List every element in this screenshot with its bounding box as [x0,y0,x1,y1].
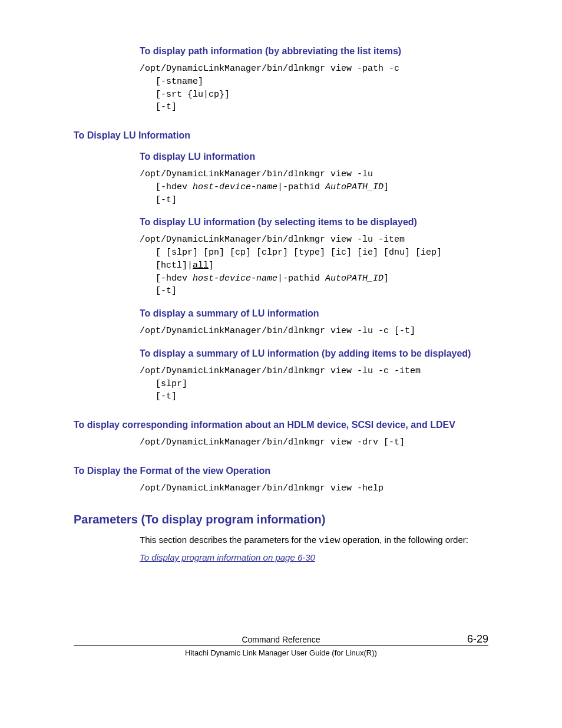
footer-title: Command Reference [109,635,453,644]
heading-parameters: Parameters (To display program informati… [74,513,488,526]
paragraph-parameters: This section describes the parameters fo… [140,533,488,548]
heading-abbrev-path: To display path information (by abbrevia… [140,46,488,57]
heading-lu-info: To display LU information [140,151,488,162]
code-hdlm: /opt/DynamicLinkManager/bin/dlnkmgr view… [140,436,488,449]
code-format: /opt/DynamicLinkManager/bin/dlnkmgr view… [140,482,488,495]
code-lu-select: /opt/DynamicLinkManager/bin/dlnkmgr view… [140,233,488,298]
xref-program-info[interactable]: To display program information on page 6… [140,552,488,562]
page-content: To display path information (by abbrevia… [0,0,562,681]
heading-format: To Display the Format of the view Operat… [74,466,488,476]
page-number: 6-29 [453,633,488,645]
page-footer: Command Reference 6-29 Hitachi Dynamic L… [74,633,488,657]
code-lu-info: /opt/DynamicLinkManager/bin/dlnkmgr view… [140,168,488,206]
footer-subtitle: Hitachi Dynamic Link Manager User Guide … [74,648,488,657]
code-lu-summary: /opt/DynamicLinkManager/bin/dlnkmgr view… [140,325,488,338]
heading-lu-main: To Display LU Information [74,130,488,141]
heading-hdlm: To display corresponding information abo… [74,420,488,430]
code-lu-summary-add: /opt/DynamicLinkManager/bin/dlnkmgr view… [140,365,488,403]
code-abbrev-path: /opt/DynamicLinkManager/bin/dlnkmgr view… [140,62,488,114]
heading-lu-select: To display LU information (by selecting … [140,217,488,228]
heading-lu-summary: To display a summary of LU information [140,308,488,319]
heading-lu-summary-add: To display a summary of LU information (… [140,348,488,359]
